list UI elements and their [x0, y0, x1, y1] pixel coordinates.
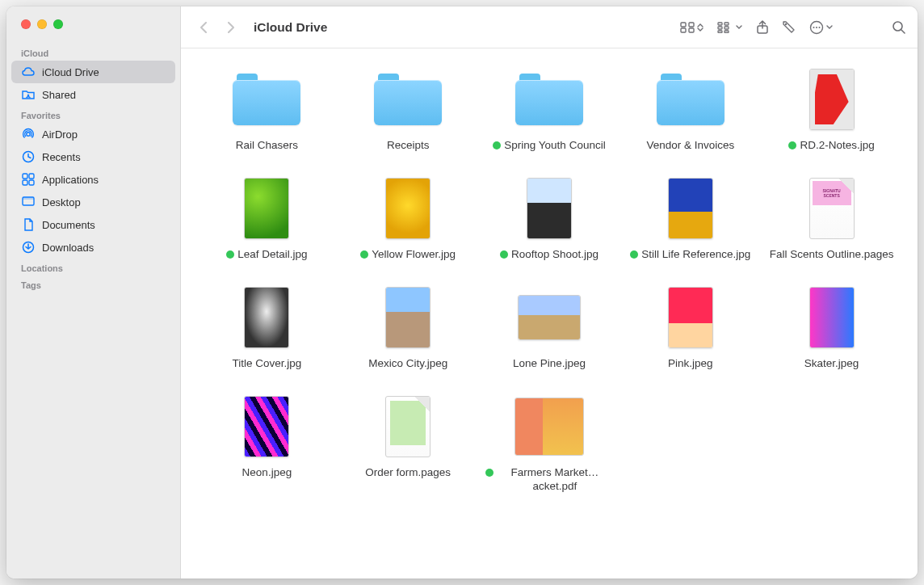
- downloads-icon: [21, 240, 36, 255]
- pages-document-icon: [385, 396, 430, 457]
- sidebar-item-shared[interactable]: Shared: [11, 83, 175, 106]
- file-name: Still Life Reference.jpg: [630, 248, 750, 262]
- svg-point-0: [27, 95, 30, 97]
- file-item[interactable]: Farmers Market…acket.pdf: [483, 392, 616, 494]
- tag-icon: [782, 20, 796, 35]
- share-icon: [756, 20, 769, 35]
- svg-point-26: [893, 22, 902, 31]
- tags-button[interactable]: [782, 18, 796, 37]
- file-item[interactable]: Still Life Reference.jpg: [624, 174, 757, 262]
- svg-point-24: [816, 27, 817, 28]
- file-item[interactable]: Spring Youth Council: [483, 65, 616, 153]
- fullscreen-button[interactable]: [53, 19, 63, 29]
- file-item[interactable]: Rooftop Shoot.jpg: [483, 174, 616, 262]
- sidebar-item-recents[interactable]: Recents: [11, 145, 175, 168]
- group-by-selector[interactable]: [717, 18, 743, 37]
- file-thumbnail: [797, 283, 867, 352]
- file-item[interactable]: Yellow Flower.jpg: [342, 174, 475, 262]
- file-item[interactable]: Lone Pine.jpeg: [483, 283, 616, 371]
- folder-icon: [657, 74, 724, 125]
- documents-icon: [21, 217, 36, 232]
- search-button[interactable]: [892, 18, 906, 37]
- file-name-label: Neon.jpeg: [242, 466, 292, 480]
- sidebar-heading: Locations: [6, 259, 180, 276]
- file-name-label: Spring Youth Council: [504, 139, 605, 153]
- pages-document-icon: SIGNATUSCENTS: [809, 178, 855, 239]
- file-name: Vendor & Invoices: [646, 139, 734, 153]
- sidebar-item-documents[interactable]: Documents: [11, 213, 175, 236]
- file-name-label: Yellow Flower.jpg: [372, 248, 456, 262]
- file-thumbnail: [656, 283, 725, 352]
- sidebar-item-downloads[interactable]: Downloads: [11, 236, 175, 259]
- file-item[interactable]: Order form.pages: [342, 392, 475, 494]
- file-thumbnail: [373, 65, 443, 134]
- sidebar-item-applications[interactable]: Applications: [11, 168, 175, 191]
- sidebar: iCloudiCloud DriveSharedFavoritesAirDrop…: [6, 6, 181, 579]
- file-item[interactable]: Vendor & Invoices: [624, 65, 757, 153]
- toolbar: iCloud Drive: [181, 6, 918, 48]
- tag-dot-icon: [500, 250, 508, 259]
- file-name-label: Title Cover.jpg: [233, 357, 302, 371]
- close-button[interactable]: [21, 19, 31, 29]
- tag-dot-icon: [493, 141, 501, 149]
- file-name: RD.2-Notes.jpg: [788, 139, 874, 153]
- folder-icon: [515, 74, 583, 125]
- back-button[interactable]: [192, 18, 215, 37]
- more-icon: [809, 20, 824, 35]
- forward-button[interactable]: [220, 18, 242, 37]
- svg-rect-10: [681, 23, 686, 27]
- tag-dot-icon: [360, 250, 368, 259]
- image-thumbnail: [668, 287, 713, 348]
- sidebar-item-desktop[interactable]: Desktop: [11, 191, 175, 213]
- clock-icon: [21, 149, 36, 164]
- svg-rect-11: [689, 23, 694, 27]
- svg-rect-15: [718, 27, 722, 29]
- svg-rect-6: [29, 180, 34, 185]
- file-name: Spring Youth Council: [493, 139, 605, 153]
- svg-point-23: [813, 27, 815, 28]
- chevron-down-icon: [825, 25, 834, 30]
- sidebar-item-label: Recents: [42, 151, 81, 163]
- share-button[interactable]: [756, 18, 769, 37]
- file-item[interactable]: Pink.jpeg: [624, 283, 757, 371]
- file-item[interactable]: Skater.jpeg: [765, 283, 898, 371]
- file-item[interactable]: Rail Chasers: [200, 65, 334, 153]
- window-controls: [6, 19, 180, 44]
- file-item[interactable]: Leaf Detail.jpg: [200, 174, 334, 262]
- image-thumbnail: [809, 287, 855, 348]
- file-item[interactable]: RD.2-Notes.jpg: [765, 65, 898, 153]
- file-name: Receipts: [387, 139, 430, 153]
- file-thumbnail: SIGNATUSCENTS: [797, 174, 867, 243]
- file-thumbnail: [232, 283, 301, 352]
- file-item[interactable]: Title Cover.jpg: [200, 283, 334, 371]
- desktop-icon: [21, 195, 36, 209]
- file-item[interactable]: Receipts: [342, 65, 475, 153]
- folder-icon: [374, 74, 442, 125]
- tag-dot-icon: [630, 250, 638, 259]
- search-icon: [892, 20, 906, 35]
- apps-icon: [21, 172, 36, 187]
- view-mode-selector[interactable]: [680, 18, 704, 37]
- file-name: Rooftop Shoot.jpg: [500, 248, 598, 262]
- minimize-button[interactable]: [37, 19, 47, 29]
- file-name-label: Farmers Market…acket.pdf: [497, 466, 613, 494]
- file-name-label: Rail Chasers: [236, 139, 298, 153]
- image-thumbnail: [244, 396, 289, 457]
- svg-rect-8: [23, 197, 34, 200]
- file-item[interactable]: Mexico City.jpeg: [342, 283, 475, 371]
- svg-point-21: [785, 23, 787, 24]
- group-icon: [717, 22, 733, 33]
- file-item[interactable]: SIGNATUSCENTSFall Scents Outline.pages: [765, 174, 898, 262]
- file-item[interactable]: Neon.jpeg: [200, 392, 334, 494]
- more-actions-button[interactable]: [809, 18, 834, 37]
- file-thumbnail: [656, 65, 725, 134]
- file-grid-scroll[interactable]: Rail ChasersReceiptsSpring Youth Council…: [181, 48, 918, 579]
- sidebar-item-airdrop[interactable]: AirDrop: [11, 123, 175, 145]
- file-thumbnail: [514, 65, 584, 134]
- sidebar-item-icloud-drive[interactable]: iCloud Drive: [11, 61, 175, 83]
- file-name: Neon.jpeg: [242, 466, 292, 480]
- image-thumbnail: [518, 295, 581, 340]
- image-thumbnail: [385, 287, 430, 348]
- history-nav: [192, 18, 242, 37]
- file-thumbnail: [232, 174, 301, 243]
